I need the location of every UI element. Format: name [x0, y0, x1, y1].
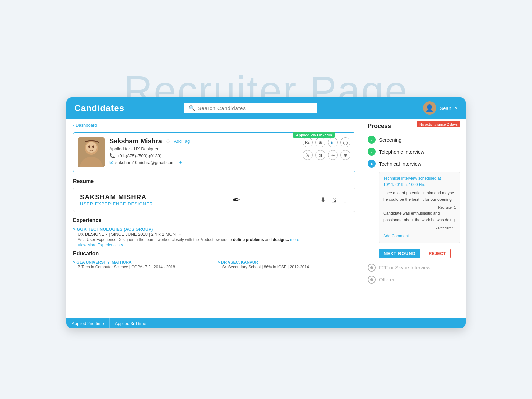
instagram-icon[interactable]: ◎ — [328, 150, 338, 160]
process-item-offered: Offered — [368, 274, 460, 285]
header: Candidates 🔍 👤 Sean ∨ — [66, 97, 466, 119]
website-icon[interactable]: ⊕ — [340, 150, 350, 160]
f2f-dot — [370, 266, 373, 269]
technical-circle: ● — [368, 160, 376, 168]
print-icon[interactable]: 🖨 — [331, 196, 337, 204]
candidate-top: Saksham Mishra ♡ Add Tag Applied for - U… — [78, 137, 350, 167]
edu-item-2: DR VSEC, KANPUR Sr. Secondary School | 8… — [218, 260, 356, 269]
next-round-button[interactable]: NEXT ROUND — [379, 249, 420, 258]
behance-icon[interactable]: Bē — [303, 137, 313, 147]
chevron-down-icon[interactable]: ∨ — [455, 106, 458, 110]
svg-point-4 — [92, 146, 94, 148]
user-name: Sean — [440, 105, 451, 111]
process-item-f2f: F2F or Skype Interview — [368, 262, 460, 273]
process-header: Process No activity since 2 days — [368, 123, 460, 130]
email-row: ✉ saksham10mishra@gmail.com ✈ — [109, 160, 298, 165]
svg-point-3 — [88, 146, 90, 148]
edu-detail-1: B.Tech in Computer Science | CGPA- 7.2 |… — [78, 265, 211, 269]
experience-item: GGK TECHNOLOGIES (ACS GROUP) UX DESIGNER… — [73, 227, 355, 247]
exp-desc-mid: and — [264, 237, 273, 242]
twitter-icon[interactable]: 𝕏 — [303, 150, 313, 160]
recruiter-1-label: - Recruiter 1 — [383, 205, 456, 211]
offered-circle — [368, 276, 376, 284]
search-input[interactable] — [198, 105, 312, 111]
no-activity-badge: No activity since 2 days — [417, 121, 460, 127]
medium-icon[interactable]: ◑ — [315, 150, 325, 160]
exp-company[interactable]: GGK TECHNOLOGIES (ACS GROUP) — [73, 227, 355, 232]
download-icon[interactable]: ⬇ — [320, 196, 326, 204]
social-row-1: Bē ⊕ in ◯ — [303, 137, 350, 147]
add-tag-button[interactable]: Add Tag — [174, 139, 190, 144]
screening-circle: ✓ — [368, 136, 376, 144]
process-title: Process — [368, 123, 391, 130]
process-item-screening: ✓ Screening — [368, 134, 460, 145]
dribbble-icon[interactable]: ⊕ — [315, 137, 325, 147]
add-comment-link[interactable]: Add Comment — [383, 233, 456, 239]
recruiter-2-label: - Recruiter 1 — [383, 225, 456, 231]
process-actions: NEXT ROUND REJECT — [379, 249, 460, 258]
candidate-info: Saksham Mishra ♡ Add Tag Applied for - U… — [109, 137, 298, 166]
resume-box: SAKSHAM MISHRA USER EXPERIENCE DESIGNER … — [73, 188, 355, 212]
telephonic-circle: ✓ — [368, 148, 376, 156]
search-icon: 🔍 — [189, 105, 195, 111]
body-area: Dashboard Applied Via LinkedIn — [66, 119, 466, 318]
resume-section-title: Resume — [73, 178, 355, 184]
more-options-icon[interactable]: ⋮ — [342, 196, 348, 204]
offered-label: Offered — [379, 277, 396, 282]
edu-uni-2[interactable]: DR VSEC, KANPUR — [218, 260, 356, 265]
candidate-card: Applied Via LinkedIn — [73, 132, 355, 172]
footer-tags: Applied 2nd time Applied 3rd time — [66, 318, 466, 328]
reject-button[interactable]: REJECT — [424, 249, 451, 258]
exp-desc-start: As a User Experience Designer in the tea… — [78, 237, 233, 242]
send-icon[interactable]: ✈ — [179, 160, 182, 165]
candidate-photo — [78, 137, 105, 167]
github-icon[interactable]: ◯ — [340, 137, 350, 147]
app-title: Candidates — [74, 103, 128, 113]
phone-number: +91-(875)-(500)-(0139) — [117, 153, 161, 158]
f2f-label: F2F or Skype Interview — [379, 265, 430, 270]
email-address: saksham10mishra@gmail.com — [115, 160, 175, 165]
app-container: Candidates 🔍 👤 Sean ∨ Dashboard Applied … — [66, 97, 466, 328]
technical-label: Technical Interview — [379, 161, 421, 167]
header-right: 👤 Sean ∨ — [423, 101, 458, 115]
resume-candidate-name: SAKSHAM MISHRA — [80, 193, 153, 201]
edu-item-1: GLA UNIVERSITY, MATHURA B.Tech in Comput… — [73, 260, 211, 269]
tech-scheduled-text: Technical Interview scheduled at 10/11/2… — [383, 175, 456, 188]
process-item-telephonic: ✓ Telephonic Interview — [368, 146, 460, 157]
footer-tag-2[interactable]: Applied 3rd time — [110, 318, 152, 328]
view-more-experiences[interactable]: View More Experiences ∨ — [78, 243, 355, 247]
left-panel: Dashboard Applied Via LinkedIn — [66, 119, 362, 318]
page-wrapper: Recruiter Page Candidates 🔍 👤 Sean ∨ Das… — [66, 71, 466, 328]
social-icons: Bē ⊕ in ◯ 𝕏 ◑ ◎ ⊕ — [303, 137, 350, 160]
education-grid: GLA UNIVERSITY, MATHURA B.Tech in Comput… — [73, 260, 355, 269]
resume-signature: ✒ — [232, 194, 241, 206]
experience-section-title: Experience — [73, 217, 355, 223]
breadcrumb[interactable]: Dashboard — [73, 123, 355, 128]
tech-interview-detail: Technical Interview scheduled at 10/11/2… — [379, 172, 460, 243]
exp-bold-design: design... — [273, 237, 289, 242]
heart-icon[interactable]: ♡ — [165, 138, 171, 145]
exp-desc: As a User Experience Designer in the tea… — [78, 237, 355, 243]
linkedin-icon[interactable]: in — [328, 137, 338, 147]
linkedin-badge: Applied Via LinkedIn — [293, 132, 335, 138]
candidate-name-row: Saksham Mishra ♡ Add Tag — [109, 137, 298, 145]
resume-info: SAKSHAM MISHRA USER EXPERIENCE DESIGNER — [80, 193, 153, 206]
search-bar[interactable]: 🔍 — [184, 103, 317, 113]
exp-more-link[interactable]: more — [290, 237, 299, 242]
telephonic-label: Telephonic Interview — [379, 149, 424, 155]
screening-label: Screening — [379, 137, 402, 143]
avatar: 👤 — [423, 101, 436, 115]
exp-bold-define: define problems — [233, 237, 264, 242]
exp-role: UX DESIGNER | SINCE JUNE 2018 | 2 YR 1 M… — [78, 232, 355, 237]
email-icon: ✉ — [109, 160, 113, 165]
edu-uni-1[interactable]: GLA UNIVERSITY, MATHURA — [73, 260, 211, 265]
process-list: ✓ Screening ✓ Telephonic Interview ● Tec… — [368, 134, 460, 285]
offered-dot — [370, 278, 373, 281]
candidate-name: Saksham Mishra — [109, 137, 162, 145]
tech-comment-2: Candidate was enthusiastic and passionat… — [383, 210, 456, 223]
resume-actions: ⬇ 🖨 ⋮ — [320, 196, 348, 204]
tech-comment-1: I see a lot of potential in him and mayb… — [383, 190, 456, 202]
footer-tag-1[interactable]: Applied 2nd time — [66, 318, 110, 328]
f2f-circle — [368, 264, 376, 272]
process-item-technical: ● Technical Interview — [368, 158, 460, 169]
